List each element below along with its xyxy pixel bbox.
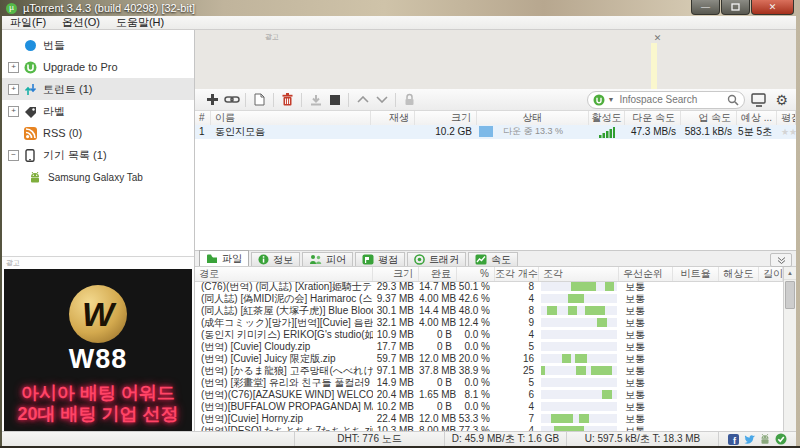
scroll-thumb[interactable] <box>785 281 795 309</box>
tab-파일[interactable]: 파일 <box>199 250 249 266</box>
check-status-icon[interactable] <box>775 433 787 445</box>
chevron-down-icon <box>376 96 388 103</box>
torrents-icon <box>23 83 37 96</box>
expand-icon[interactable]: + <box>8 62 19 73</box>
menu-item[interactable]: 도움말(H) <box>108 15 172 30</box>
column-header[interactable]: 재생 <box>371 111 415 125</box>
file-pieces-bar <box>539 305 619 317</box>
lock-button[interactable] <box>400 91 419 108</box>
column-header[interactable]: 업 속도 <box>681 111 737 125</box>
menu-item[interactable]: 옵션(O) <box>54 15 108 30</box>
file-row[interactable]: (번역)[Cuvie] Horny.zip22.4 MB12.0 MB53.3 … <box>195 413 783 425</box>
column-header[interactable]: % <box>457 267 495 281</box>
file-percent: 8.1 % <box>457 389 495 401</box>
column-header[interactable]: 해상도 <box>719 267 759 281</box>
file-row[interactable]: (번역) [彩畫堂] 유리와 친구들 풀컬러9 (킹오브파...14.9 MB0… <box>195 377 783 389</box>
file-length <box>759 401 783 413</box>
minimize-button[interactable]: — <box>691 0 720 15</box>
tab-평점[interactable]: 평점 <box>355 252 405 266</box>
file-pieces-bar <box>539 353 619 365</box>
stop-button[interactable] <box>325 91 344 108</box>
search-input[interactable] <box>617 93 727 106</box>
settings-button[interactable]: ⚙ <box>775 93 788 107</box>
file-row[interactable]: (同人誌) [紅茶屋 (大塚子虎)] Blue Blood (프리큐...30.… <box>195 305 783 317</box>
toolbar-separator <box>395 93 396 107</box>
file-row[interactable]: (번역)[BUFFALOW PROPAGANDA] MAI DOG LO...1… <box>195 401 783 413</box>
torrent-size: 10.2 GB <box>415 125 477 139</box>
column-header[interactable]: # <box>195 111 211 125</box>
search-icon[interactable] <box>727 94 739 106</box>
sidebar-item[interactable]: +토런트 (1) <box>2 78 194 100</box>
column-header[interactable]: 크기 <box>415 111 477 125</box>
sidebar-item[interactable]: −기기 목록 (1) <box>2 144 194 166</box>
column-header[interactable]: 이름 <box>211 111 371 125</box>
scrollbar[interactable]: ▲ <box>783 267 796 432</box>
menu-item[interactable]: 파일(F) <box>2 15 54 30</box>
twitter-icon[interactable] <box>743 434 755 445</box>
file-pieces-bar <box>539 281 619 293</box>
file-piece-count: 9 <box>495 317 539 329</box>
column-header[interactable]: 비트율 <box>673 267 719 281</box>
chevron-down-icon[interactable]: ▼ <box>607 96 614 103</box>
android-icon[interactable] <box>759 433 771 445</box>
column-header[interactable]: 완료 <box>419 267 457 281</box>
column-header[interactable]: 예상 ... <box>737 111 777 125</box>
tab-피어[interactable]: 피어 <box>302 252 353 266</box>
sidebar-item[interactable]: +라벨 <box>2 100 194 122</box>
tab-정보[interactable]: 정보 <box>251 252 300 266</box>
close-ad-icon[interactable]: ✕ <box>652 32 663 43</box>
w88-ad[interactable]: W W88 아시아 배팅 어워드 20대 배팅 기업 선정 <box>4 269 192 431</box>
sidebar-item[interactable]: RSS (0) <box>2 122 194 144</box>
sidebar-item[interactable]: 번들 <box>2 34 194 56</box>
tab-속도[interactable]: 속도 <box>468 252 518 266</box>
column-header[interactable]: 상태 <box>477 111 589 125</box>
file-priority: 보통 <box>619 377 673 389</box>
column-header[interactable]: 조각 개수 <box>495 267 539 281</box>
pieces-segment <box>605 282 614 291</box>
menu-bar: 파일(F)옵션(O)도움말(H) <box>2 16 796 30</box>
start-button[interactable] <box>306 91 325 108</box>
torrent-row[interactable]: 1 동인지모음 10.2 GB 다운 중 13.3 % <box>195 125 796 139</box>
file-row[interactable]: (번역) [Cuvie] Juicy 限定版.zip59.7 MB12.0 MB… <box>195 353 783 365</box>
file-size: 32.1 MB <box>373 317 419 329</box>
sidebar-item-label: RSS (0) <box>43 127 82 139</box>
create-torrent-button[interactable] <box>250 91 269 108</box>
search-provider-icon[interactable] <box>593 94 605 106</box>
move-down-button[interactable] <box>372 91 391 108</box>
remove-button[interactable] <box>278 91 297 108</box>
move-up-button[interactable] <box>353 91 372 108</box>
expand-icon[interactable]: + <box>8 84 19 95</box>
sidebar-item[interactable]: Samsung Galaxy Tab <box>2 166 194 188</box>
file-row[interactable]: (동인지 키미키스) ERIKO[G's studio(如月群真)].zip10… <box>195 329 783 341</box>
file-size: 97.1 MB <box>373 365 419 377</box>
collapse-icon[interactable]: − <box>8 150 19 161</box>
close-button[interactable]: ✕ <box>751 0 794 15</box>
facebook-icon[interactable]: f <box>728 434 739 445</box>
file-row[interactable]: (번역) [かるま龍狼] 고주망태(へべれけ).zip97.1 MB37.8 M… <box>195 365 783 377</box>
pieces-track <box>541 306 617 315</box>
column-header[interactable]: 다운 속도 <box>625 111 681 125</box>
column-header[interactable]: 조각 <box>539 267 619 281</box>
maximize-button[interactable] <box>721 0 750 15</box>
file-row[interactable]: (번역)(C76)[AZASUKE WIND] WELCOME TO THE_.… <box>195 389 783 401</box>
column-header[interactable]: 크기 <box>373 267 419 281</box>
file-row[interactable]: (번역) [Cuvie] Cloudy.zip17.7 MB0 B0.0 %5보… <box>195 341 783 353</box>
file-row[interactable]: (成年コミック)[망가][번역][Cuvie] 음란한소질.zip32.1 MB… <box>195 317 783 329</box>
column-header[interactable]: 길이 <box>759 267 783 281</box>
file-row[interactable]: (C76)(번역) (同人誌) [Xration]姫騎士テイム.zip29.3 … <box>195 281 783 293</box>
column-header[interactable]: 평점 <box>777 111 796 125</box>
add-torrent-button[interactable] <box>203 91 222 108</box>
file-row[interactable]: (同人誌) [偽MIDI泥の会] Harimaroc (스쿨럼블) (...9.… <box>195 293 783 305</box>
column-header[interactable]: 우선순위 <box>619 267 673 281</box>
tabs-overflow-button[interactable] <box>770 253 792 267</box>
tab-트래커[interactable]: 트래커 <box>407 252 466 266</box>
remote-devices-button[interactable] <box>751 93 767 107</box>
torrent-name: 동인지모음 <box>211 125 371 139</box>
column-header[interactable]: 활성도 <box>589 111 625 125</box>
scroll-up-icon[interactable]: ▲ <box>784 267 796 280</box>
column-header[interactable]: 경로 <box>195 267 373 281</box>
top-ad-banner[interactable]: 광고 ✕ <box>195 30 796 90</box>
expand-icon[interactable]: + <box>8 106 19 117</box>
add-url-button[interactable] <box>222 91 241 108</box>
sidebar-item[interactable]: +Upgrade to Pro <box>2 56 194 78</box>
